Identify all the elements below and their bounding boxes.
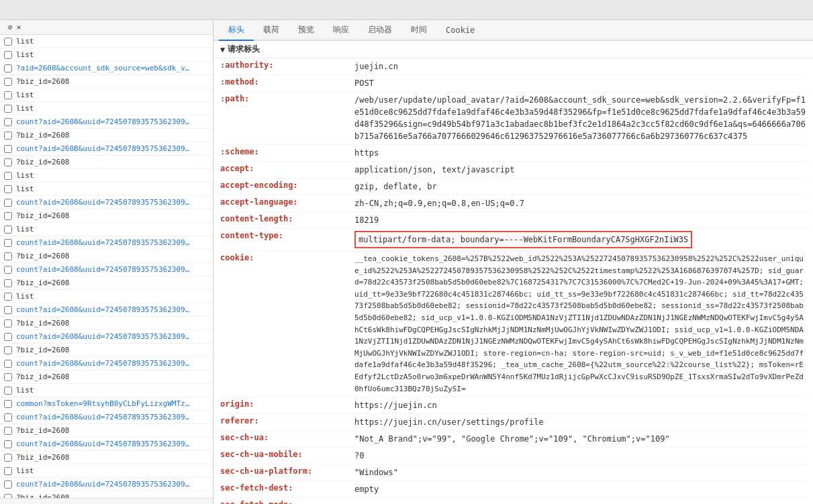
list-item-checkbox[interactable] bbox=[4, 467, 12, 475]
list-item-checkbox[interactable] bbox=[4, 105, 12, 113]
list-item[interactable]: count?aid=2608&uuid=72450789357536230958… bbox=[0, 303, 213, 317]
header-value: "Windows" bbox=[354, 466, 806, 478]
list-item[interactable]: count?aid=2608&uuid=72450789357536230958… bbox=[0, 357, 213, 370]
list-item-checkbox[interactable] bbox=[4, 132, 12, 140]
list-item[interactable]: ?biz_id=2608 bbox=[0, 250, 213, 263]
list-item-text: list bbox=[16, 37, 34, 46]
list-item-checkbox[interactable] bbox=[4, 333, 12, 341]
content-area[interactable]: :authority:juejin.cn:method:POST:path:/w… bbox=[213, 58, 813, 504]
list-item-checkbox[interactable] bbox=[4, 387, 12, 395]
list-item-checkbox[interactable] bbox=[4, 346, 12, 354]
list-item[interactable]: list bbox=[0, 48, 213, 62]
left-footer bbox=[0, 498, 213, 504]
list-item[interactable]: common?msToken=9RtsyhB0yCLbFyLizxgWMTzPI… bbox=[0, 397, 213, 411]
header-row: referer:https://juejin.cn/user/settings/… bbox=[220, 414, 806, 431]
list-item-checkbox[interactable] bbox=[4, 440, 12, 448]
list-item[interactable]: list bbox=[0, 290, 213, 303]
list-item-checkbox[interactable] bbox=[4, 51, 12, 59]
close-icon[interactable]: ✕ bbox=[17, 23, 21, 32]
list-item-checkbox[interactable] bbox=[4, 481, 12, 489]
header-value: application/json, text/javascript bbox=[354, 164, 806, 176]
list-item[interactable]: ?biz_id=2608 bbox=[0, 451, 213, 464]
list-item-checkbox[interactable] bbox=[4, 225, 12, 234]
list-item-checkbox[interactable] bbox=[4, 306, 12, 314]
list-item[interactable]: ?biz_id=2608 bbox=[0, 209, 213, 223]
list-item-text: list bbox=[16, 225, 34, 234]
list-item-checkbox[interactable] bbox=[4, 118, 12, 126]
list-item[interactable]: count?aid=2608&uuid=72450789357536230958… bbox=[0, 196, 213, 209]
header-row: content-type:multipart/form-data; bounda… bbox=[220, 229, 806, 251]
list-item[interactable]: ?biz_id=2608 bbox=[0, 370, 213, 384]
list-item[interactable]: count?aid=2608&uuid=72450789357536230958… bbox=[0, 236, 213, 250]
list-item[interactable]: list bbox=[0, 169, 213, 183]
header-row: cookie:__tea_cookie_tokens_2608=%257B%25… bbox=[220, 251, 806, 397]
list-item[interactable]: count?aid=2608&uuid=72450789357536230958… bbox=[0, 115, 213, 129]
list-item-checkbox[interactable] bbox=[4, 427, 12, 435]
list-item[interactable]: ?biz_id=2608 bbox=[0, 424, 213, 438]
list-item[interactable]: list bbox=[0, 183, 213, 196]
list-item-checkbox[interactable] bbox=[4, 212, 12, 220]
tab-payload[interactable]: 载荷 bbox=[254, 20, 289, 41]
list-item-checkbox[interactable] bbox=[4, 293, 12, 301]
list-item-text: count?aid=2608&uuid=72450789357536230958… bbox=[16, 359, 191, 368]
list-item[interactable]: count?aid=2608&uuid=72450789357536230958… bbox=[0, 411, 213, 424]
list-item-checkbox[interactable] bbox=[4, 266, 12, 274]
list-item-checkbox[interactable] bbox=[4, 172, 12, 180]
list-item[interactable]: list bbox=[0, 35, 213, 48]
list-item[interactable]: list bbox=[0, 89, 213, 102]
list-item[interactable]: count?aid=2608&uuid=72450789357536230958… bbox=[0, 330, 213, 344]
tab-preview[interactable]: 预览 bbox=[289, 20, 324, 41]
list-item[interactable]: count?aid=260B&uuid=72450789357536230958… bbox=[0, 142, 213, 156]
header-value: ?0 bbox=[354, 450, 806, 462]
list-item-checkbox[interactable] bbox=[4, 64, 12, 72]
list-item-checkbox[interactable] bbox=[4, 38, 12, 46]
list-item-checkbox[interactable] bbox=[4, 239, 12, 247]
tab-response[interactable]: 响应 bbox=[324, 20, 358, 41]
list-item-checkbox[interactable] bbox=[4, 373, 12, 381]
list-item-checkbox[interactable] bbox=[4, 279, 12, 287]
list-item[interactable]: list bbox=[0, 384, 213, 397]
header-name: accept-encoding: bbox=[220, 181, 354, 193]
list-item-checkbox[interactable] bbox=[4, 199, 12, 207]
list-item[interactable]: count?aid=2608&uuid=72450789357536230958… bbox=[0, 478, 213, 491]
list-item-checkbox[interactable] bbox=[4, 91, 12, 99]
list-item[interactable]: ?biz_id=2608 bbox=[0, 75, 213, 89]
list-item[interactable]: ?biz_id=2608 bbox=[0, 156, 213, 169]
list-item[interactable]: ?aid=2608&account_sdk_source=web&sdk_ver… bbox=[0, 62, 213, 75]
list-item-checkbox[interactable] bbox=[4, 454, 12, 462]
list-item[interactable]: ?biz_id=2608 bbox=[0, 129, 213, 142]
list-item[interactable]: list bbox=[0, 223, 213, 236]
tab-timing[interactable]: 时间 bbox=[401, 20, 436, 41]
header-value: juejin.cn bbox=[354, 60, 806, 72]
list-item[interactable]: count?aid=2608&uuid=72450789357536230958… bbox=[0, 438, 213, 451]
list-item-text: ?biz_id=2608 bbox=[16, 346, 69, 354]
list-item[interactable]: ?biz_id=2608 bbox=[0, 344, 213, 357]
list-item[interactable]: ?biz_id=2608 bbox=[0, 317, 213, 330]
list-item-checkbox[interactable] bbox=[4, 400, 12, 408]
list-item-checkbox[interactable] bbox=[4, 185, 12, 193]
header-value: gzip, deflate, br bbox=[354, 181, 806, 193]
header-value: 18219 bbox=[354, 214, 806, 226]
list-item-text: list bbox=[16, 292, 34, 301]
tab-headers[interactable]: 标头 bbox=[219, 20, 254, 41]
header-name: accept-language: bbox=[220, 197, 354, 209]
list-item[interactable]: list bbox=[0, 102, 213, 115]
list-item[interactable]: ?biz_id=2608 bbox=[0, 276, 213, 290]
list-item-checkbox[interactable] bbox=[4, 413, 12, 421]
list-item-checkbox[interactable] bbox=[4, 145, 12, 153]
list-item[interactable]: list bbox=[0, 464, 213, 478]
header-row: accept-encoding:gzip, deflate, br bbox=[220, 179, 806, 195]
left-list[interactable]: listlist?aid=2608&account_sdk_source=web… bbox=[0, 35, 213, 498]
tab-initiator[interactable]: 启动器 bbox=[358, 20, 401, 41]
tab-cookie[interactable]: Cookie bbox=[436, 21, 484, 40]
list-item[interactable]: ?biz_id=2608 bbox=[0, 491, 213, 498]
filter-icon[interactable]: ⊘ bbox=[8, 23, 13, 32]
list-item-checkbox[interactable] bbox=[4, 158, 12, 166]
list-item[interactable]: count?aid=2608&uuid=72450789357536230958… bbox=[0, 263, 213, 276]
list-item-checkbox[interactable] bbox=[4, 319, 12, 327]
list-item-checkbox[interactable] bbox=[4, 252, 12, 260]
list-item-checkbox[interactable] bbox=[4, 78, 12, 86]
list-item-text: count?aid=2608&uuid=72450789357536230958… bbox=[16, 480, 191, 489]
list-item-checkbox[interactable] bbox=[4, 360, 12, 368]
list-item-text: list bbox=[16, 104, 34, 113]
